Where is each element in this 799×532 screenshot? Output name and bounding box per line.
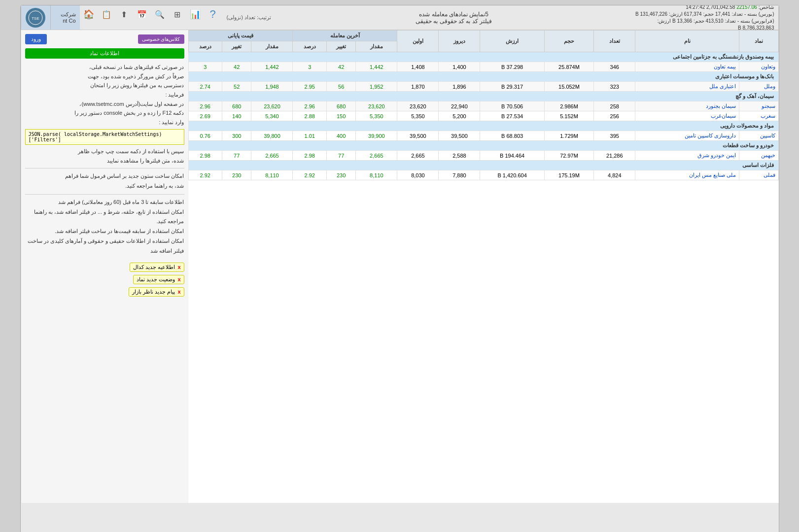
th-lp-change: تغییر (222, 41, 251, 52)
sidebar-text10: امکان ساخت ستون جدید بر اساس فرمول شما ف… (65, 173, 184, 179)
th-lt-change: تغییر (326, 41, 355, 52)
sidebar-text11: شد، به راهنما مراجعه کنید. (125, 183, 184, 189)
calendar-icon-btn[interactable]: 📅 (133, 5, 151, 23)
th-name: نام (635, 31, 739, 52)
th-count: تعداد (594, 31, 635, 52)
index-value: 22157.06 (736, 5, 757, 10)
login-section: کلاس‌های خصوصی ورود (25, 34, 184, 44)
th-value: ارزش (480, 31, 544, 52)
main-container: شاخص: 22157.06 2,701,042.58 14:27:42 (بو… (20, 0, 779, 532)
index-label: شاخص: (759, 5, 774, 10)
company-logo: TSE (21, 5, 50, 30)
company-label: شرکت (55, 11, 76, 18)
bottom-bar: Learning CHARISMA فیلترشدن نمادها براساس… (21, 503, 779, 532)
logo-circle: TSE (26, 8, 45, 28)
sidebar-text7: وارد نمایید : (159, 119, 184, 125)
stat-farabourse: (فرابورس) بسته - تعداد: 413,510 حجم: 13,… (635, 18, 774, 25)
th-volume: حجم (544, 31, 594, 52)
stat-time: شاخص: 22157.06 2,701,042.58 14:27:42 (635, 5, 774, 11)
sidebar-text5: در صفحه اول سایت(آدرس www.tsetmc.com)، (79, 101, 184, 107)
sidebar-text4: فرمایید : (165, 92, 184, 98)
notification-symbol-label: وضعیت جدید نماد (137, 276, 175, 283)
home-icon-btn[interactable]: 🏠 (80, 5, 98, 23)
sidebar-tip: سپس با استفاده از دکمه سمت چپ جواب ظاهر … (25, 147, 184, 165)
header-time: 14:27:42 (686, 5, 705, 10)
th-yesterday: دیروز (439, 31, 480, 52)
th-first: اولین (397, 31, 439, 52)
sidebar-text9: شده، متن فیلترها را مشاهده نمایید (107, 158, 184, 164)
svg-text:TSE: TSE (32, 16, 39, 21)
th-lt-percent: درصد (293, 41, 326, 52)
notification-symbol[interactable]: x وضعیت جدید نماد (133, 275, 184, 284)
sidebar: کلاس‌های خصوصی ورود اطلاعات نماد در صورت… (21, 30, 188, 503)
header-bar: شاخص: 22157.06 2,701,042.58 14:27:42 (بو… (21, 5, 779, 30)
symbol-info-btn[interactable]: اطلاعات نماد (25, 48, 184, 59)
header-stats: شاخص: 22157.06 2,701,042.58 14:27:42 (بو… (631, 5, 778, 30)
excel-icon-btn[interactable]: 📊 (186, 5, 204, 23)
sidebar-instruction: در صفحه اول سایت(آدرس www.tsetmc.com)، د… (25, 100, 184, 127)
stat-bourse: (بورس) بسته - تعداد: 17,441 حجم: 617,374… (635, 11, 774, 18)
sidebar-features: اطلاعات سابقه تا 3 ماه قبل (60 روز معامل… (25, 198, 184, 256)
table-row[interactable]: سبجنوسیمان بجنورد2582.986M70.506 B22,940… (188, 101, 778, 111)
notification-nazer-label: پیام جدید ناظر بازار (132, 289, 175, 295)
th-last-price-group: قیمت پایانی (188, 31, 293, 41)
sidebar-text13: امکان استفاده از تابع، حلقه، شرط و ... د… (25, 207, 184, 227)
upload-icon-btn[interactable]: ⬆ (115, 5, 133, 23)
close-kodal-icon[interactable]: x (177, 264, 180, 270)
search-icon-btn[interactable]: 🔍 (151, 5, 169, 23)
sidebar-text3: دسترسی به من فیلترها روش زیر را امتحان (90, 82, 184, 88)
sector-header: خودرو و ساخت قطعات (188, 141, 778, 151)
header-filter-center: 5نمایش نمادهای معامله شده فیلتر کد به کد… (276, 5, 631, 30)
table-icon-btn[interactable]: 📋 (98, 5, 115, 23)
table-row[interactable]: سغربسیمان‌غرب2565.152M27.534 B5,2005,350… (188, 111, 778, 121)
sector-header: فلزات اساسی (188, 161, 778, 170)
private-classes-btn[interactable]: کلاس‌های خصوصی (138, 34, 184, 44)
sidebar-text2: صرفاً در کش مرورگر ذخیره شده بود، جهت (88, 73, 184, 79)
sort-section: ترتیب: تعداد (نزولی) (222, 5, 277, 30)
th-lp-amount: مقدار (251, 41, 293, 52)
sidebar-text1: در صورتی که فیلترهای شما در نسخه قبلی، (89, 64, 184, 70)
sidebar-text12: اطلاعات سابقه تا 3 ماه قبل (60 روز معامل… (25, 198, 184, 207)
table-body: بیمه وصندوق بازنشستگی به جزتامین اجتماعی… (188, 52, 778, 180)
sidebar-text14: امکان استفاده از سابقه قیمت‌ها در ساخت ف… (25, 227, 184, 236)
notifications-section: x اطلاعیه جدید کدال x وضعیت جدید نماد x … (25, 261, 184, 298)
close-symbol-icon[interactable]: x (177, 276, 180, 282)
divider2 (25, 194, 184, 195)
table-area[interactable]: نماد نام تعداد حجم ارزش دیروز اولین آخری… (188, 30, 779, 503)
sidebar-text6: دکمه F12 را زده و در بخش console دستور ز… (74, 110, 184, 116)
grid-icon-btn[interactable]: ⊞ (169, 5, 186, 23)
content-area: نماد نام تعداد حجم ارزش دیروز اولین آخری… (21, 30, 779, 503)
filter-sub-text: فیلتر کد به کد حقوقی به حقیقی (416, 18, 492, 25)
app-window: شاخص: 22157.06 2,701,042.58 14:27:42 (بو… (20, 5, 779, 532)
index-full: 2,701,042.58 (706, 5, 735, 10)
logo-svg: TSE (28, 10, 43, 25)
sort-label: ترتیب: تعداد (نزولی) (227, 14, 272, 21)
table-row[interactable]: خبهمنایمن خودرو شرق21,28672.97M194.464 B… (188, 151, 778, 161)
th-last-trade-group: آخرین معامله (293, 31, 397, 41)
sidebar-feature1: امکان ساخت ستون جدید بر اساس فرمول شما ف… (25, 171, 184, 191)
sector-header: بانک‌ها و موسسات اعتباری (188, 72, 778, 82)
divider1 (25, 168, 184, 168)
sector-header: بیمه وصندوق بازنشستگی به جزتامین اجتماعی (188, 52, 778, 62)
sidebar-intro-text: در صورتی که فیلترهای شما در نسخه قبلی، ص… (25, 63, 184, 100)
table-row[interactable]: فملیملی صنایع مس ایران4,824175.19M1,420.… (188, 170, 778, 180)
login-btn[interactable]: ورود (25, 34, 47, 44)
th-lp-percent: درصد (188, 41, 222, 52)
filter-info-text: 5نمایش نمادهای معامله شده (416, 11, 492, 18)
question-icon-btn[interactable]: ? (204, 5, 222, 23)
company-sub: nt Co (55, 18, 76, 24)
notification-nazer[interactable]: x پیام جدید ناظر بازار (129, 287, 184, 297)
notification-kodal-label: اطلاعیه جدید کدال (133, 264, 175, 270)
table-row[interactable]: وتعاونبیمه تعاون34625.874M37.298 B1,4001… (188, 62, 778, 72)
table-row[interactable]: کاسپینداروسازی کاسپین تامین3951.729M68.8… (188, 131, 778, 141)
table-row[interactable]: ومللاعتباری ملل32315.052M29.317 B1,8961,… (188, 82, 778, 92)
notification-kodal[interactable]: x اطلاعیه جدید کدال (130, 263, 184, 272)
close-nazer-icon[interactable]: x (177, 289, 180, 295)
sector-header: سیمان، آهک و گچ (188, 92, 778, 101)
sector-header: مواد و محصولات دارویی (188, 121, 778, 131)
code-block: JSON.parse( localStorage.MarketWatchSett… (25, 129, 184, 145)
company-section: شرکت nt Co (50, 5, 80, 30)
th-symbol: نماد (739, 31, 778, 52)
sidebar-text8: سپس با استفاده از دکمه سمت چپ جواب ظاهر (78, 148, 184, 154)
sidebar-text15: امکان استفاده از اطلاعات حقیقی و حقوقی و… (25, 236, 184, 256)
